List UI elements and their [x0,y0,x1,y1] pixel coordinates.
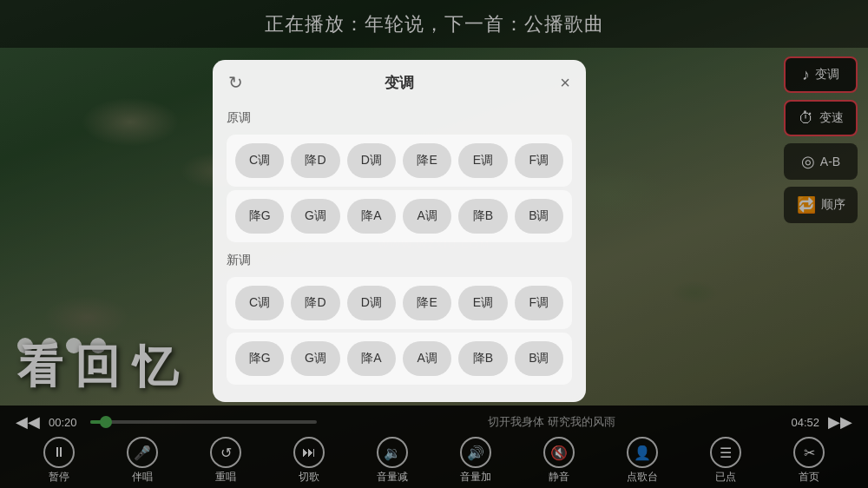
key-btn-new-row2-0[interactable]: 降G [235,341,284,376]
key-btn-orig-row2-4[interactable]: 降B [458,199,507,234]
key-btn-new-row1-2[interactable]: D调 [347,286,396,320]
pitch-modal: ↻ 变调 × 原调 C调降DD调降EE调F调 降GG调降AA调降BB调 新调 C… [213,60,586,402]
modal-header: ↻ 变调 × [213,60,586,102]
section-new-title: 新调 [227,253,572,268]
key-btn-new-row2-2[interactable]: 降A [347,341,396,376]
key-btn-orig-row1-2[interactable]: D调 [347,143,396,178]
section-original-title: 原调 [227,110,572,126]
new-key-grid-row1: C调降DD调降EE调F调 [227,277,572,329]
key-btn-new-row1-3[interactable]: 降E [403,286,451,320]
modal-refresh-button[interactable]: ↻ [228,72,243,93]
modal-body: 原调 C调降DD调降EE调F调 降GG调降AA调降BB调 新调 C调降DD调降E… [213,102,586,402]
key-btn-orig-row1-3[interactable]: 降E [403,143,451,178]
key-btn-new-row2-5[interactable]: B调 [515,341,563,376]
key-btn-orig-row1-4[interactable]: E调 [458,143,507,178]
key-btn-orig-row2-5[interactable]: B调 [515,199,563,234]
original-key-grid-row1: C调降DD调降EE调F调 [227,135,572,187]
key-btn-new-row1-4[interactable]: E调 [458,286,507,320]
key-btn-orig-row2-0[interactable]: 降G [235,199,284,234]
modal-close-button[interactable]: × [560,73,570,93]
key-btn-new-row2-1[interactable]: G调 [291,341,339,376]
key-btn-new-row1-1[interactable]: 降D [291,286,339,320]
key-btn-new-row1-5[interactable]: F调 [515,286,563,320]
original-key-grid-row2: 降GG调降AA调降BB调 [227,190,572,242]
new-key-grid-row2: 降GG调降AA调降BB调 [227,333,572,385]
key-btn-new-row2-3[interactable]: A调 [403,341,451,376]
modal-overlay: ↻ 变调 × 原调 C调降DD调降EE调F调 降GG调降AA调降BB调 新调 C… [0,0,868,488]
key-btn-orig-row1-1[interactable]: 降D [291,143,339,178]
key-btn-orig-row1-0[interactable]: C调 [235,143,284,178]
key-btn-new-row2-4[interactable]: 降B [458,341,507,376]
key-btn-orig-row2-1[interactable]: G调 [291,199,339,234]
modal-title: 变调 [385,73,414,93]
key-btn-orig-row2-3[interactable]: A调 [403,199,451,234]
key-btn-orig-row1-5[interactable]: F调 [515,143,563,178]
key-btn-new-row1-0[interactable]: C调 [235,286,284,320]
key-btn-orig-row2-2[interactable]: 降A [347,199,396,234]
